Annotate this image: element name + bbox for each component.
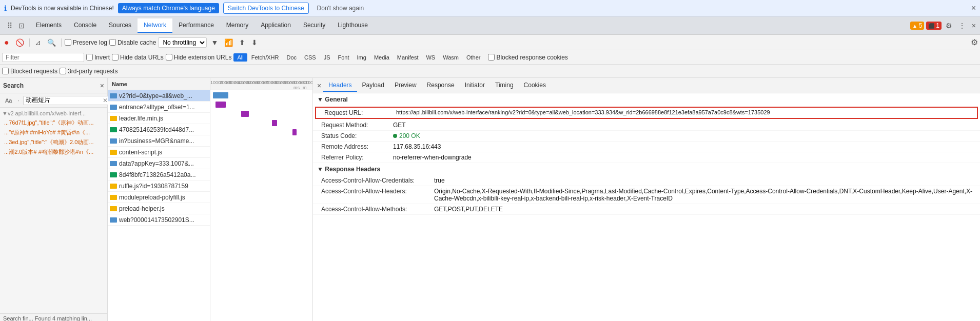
record-button[interactable]: ● [2, 37, 11, 48]
throttling-select[interactable]: No throttling Fast 3G Slow 3G [158, 37, 207, 48]
network-item-1[interactable]: entrance?alltype_offset=1... [108, 102, 210, 113]
hide-data-urls-checkbox[interactable] [112, 54, 119, 61]
sub-tab-preview[interactable]: Preview [389, 79, 422, 92]
tab-performance[interactable]: Performance [172, 18, 220, 33]
hide-ext-urls-checkbox[interactable] [166, 54, 172, 61]
search-result-item-2[interactable]: ..."#原神# #miHoYo# #黄昏#\n《... [0, 128, 107, 137]
sub-tab-payload[interactable]: Payload [357, 79, 389, 92]
sub-tab-initiator[interactable]: Initiator [460, 79, 490, 92]
filter-type-other[interactable]: Other [463, 53, 484, 62]
network-item-8[interactable]: ruffle.js?id=19308787159 [108, 180, 210, 192]
disable-cache-label[interactable]: Disable cache [109, 39, 156, 46]
search-close-button[interactable]: × [100, 82, 104, 90]
general-section-title[interactable]: ▼ General [313, 93, 980, 106]
clear-button[interactable]: 🚫 [13, 37, 26, 48]
request-url-key: Request URL: [324, 109, 396, 116]
net-item-name-1: entrance?alltype_offset=1... [119, 104, 208, 111]
filter-type-wasm[interactable]: Wasm [439, 53, 462, 62]
sub-tabs: × Headers Payload Preview Response Initi… [313, 78, 980, 93]
toolbar-right: ⚙ [971, 37, 978, 47]
sub-tab-timing[interactable]: Timing [490, 79, 519, 92]
devtools-icon-1[interactable]: ⠿ [5, 21, 14, 31]
filter-type-all[interactable]: All [233, 53, 247, 62]
filter-type-css[interactable]: CSS [301, 53, 320, 62]
tab-memory[interactable]: Memory [220, 18, 254, 33]
network-item-11[interactable]: web?000014173502901S... [108, 214, 210, 226]
filter-type-fetch/xhr[interactable]: Fetch/XHR [248, 53, 283, 62]
network-settings-button[interactable]: ⚙ [971, 37, 978, 47]
settings-button[interactable]: ⚙ [944, 21, 954, 31]
blocked-requests-label[interactable]: Blocked requests [2, 68, 57, 75]
filter-type-doc[interactable]: Doc [283, 53, 301, 62]
btn-switch-language[interactable]: Switch DevTools to Chinese [223, 3, 309, 14]
filter-type-ws[interactable]: WS [422, 53, 439, 62]
network-item-7[interactable]: 8d4f8bfc713826a5412a0a... [108, 169, 210, 180]
response-headers-title[interactable]: ▼ Response Headers [313, 163, 980, 175]
network-item-4[interactable]: in?business=MGR&name... [108, 135, 210, 147]
third-party-checkbox[interactable] [60, 68, 66, 74]
net-item-icon-5 [110, 150, 117, 155]
network-item-2[interactable]: leader.life.min.js [108, 113, 210, 124]
preserve-log-checkbox[interactable] [65, 39, 71, 46]
import-button[interactable]: ⬆ [237, 37, 247, 48]
sub-tab-close[interactable]: × [315, 82, 323, 90]
filter-types: AllFetch/XHRDocCSSJSFontImgMediaManifest… [233, 53, 484, 62]
filter-type-font[interactable]: Font [335, 53, 353, 62]
disable-cache-checkbox[interactable] [109, 39, 116, 46]
blocked-cookies-checkbox[interactable] [488, 54, 495, 61]
search-button[interactable]: 🔍 [45, 37, 58, 48]
sub-tab-cookies[interactable]: Cookies [519, 79, 551, 92]
network-item-0[interactable]: v2?rid=0&type=all&web_... [108, 90, 210, 102]
hide-data-urls-label[interactable]: Hide data URLs [112, 54, 164, 61]
network-item-9[interactable]: modulepreload-polyfill.js [108, 192, 210, 203]
access-headers-row: Access-Control-Allow-Headers: Origin,No-… [313, 186, 980, 204]
more-button[interactable]: ⋮ [956, 21, 968, 31]
search-result-item-4[interactable]: ...潮2.0版本# #鸣潮黎郡沙塔#\n《... [0, 147, 107, 157]
network-item-10[interactable]: preload-helper.js [108, 203, 210, 214]
blocked-requests-checkbox[interactable] [2, 68, 9, 74]
timeline-area: 10000 ms20000 ms30000 ms40000 ms50000 ms… [210, 78, 313, 321]
filter-button[interactable]: ⊿ [33, 37, 43, 48]
network-list-area: Name v2?rid=0&type=all&web_...entrance?a… [108, 78, 210, 321]
btn-dont-show[interactable]: Don't show again [313, 3, 368, 13]
search-input[interactable] [26, 97, 103, 104]
blocked-cookies-label[interactable]: Blocked response cookies [488, 54, 567, 61]
network-item-5[interactable]: content-script.js [108, 147, 210, 158]
network-item-6[interactable]: data?appKey=333.1007&... [108, 158, 210, 169]
invert-label[interactable]: Invert [86, 54, 110, 61]
search-clear-button[interactable]: ✕ [103, 97, 108, 104]
search-result-item-3[interactable]: ...3ed.jpg","title":"《鸣潮》2.0动画... [0, 137, 107, 147]
tab-lighthouse[interactable]: Lighthouse [331, 18, 374, 33]
filter-input[interactable] [2, 53, 84, 62]
network-item-3[interactable]: 4708251462539fcd448d7... [108, 124, 210, 135]
invert-checkbox[interactable] [86, 54, 93, 61]
filter-type-js[interactable]: JS [320, 53, 334, 62]
notification-bar: ℹ DevTools is now available in Chinese! … [0, 0, 980, 16]
third-party-label[interactable]: 3rd-party requests [60, 68, 117, 75]
hide-ext-urls-label[interactable]: Hide extension URLs [166, 54, 232, 61]
net-item-icon-6 [110, 161, 117, 166]
tab-console[interactable]: Console [68, 18, 103, 33]
filter-type-media[interactable]: Media [370, 53, 393, 62]
throttling-arrow[interactable]: ▼ [209, 37, 220, 48]
filter-type-img[interactable]: Img [354, 53, 370, 62]
devtools-icon-2[interactable]: ⊡ [16, 21, 27, 31]
btn-match-language[interactable]: Always match Chrome's language [118, 3, 219, 13]
tab-sources[interactable]: Sources [103, 18, 138, 33]
tab-security[interactable]: Security [297, 18, 331, 33]
tab-elements[interactable]: Elements [30, 18, 68, 33]
notification-close-button[interactable]: × [971, 4, 976, 13]
request-method-value: GET [393, 122, 976, 129]
tab-application[interactable]: Application [254, 18, 297, 33]
filter-type-manifest[interactable]: Manifest [394, 53, 422, 62]
tab-network[interactable]: Network [138, 18, 172, 33]
preserve-log-label[interactable]: Preserve log [65, 39, 107, 46]
export-button[interactable]: ⬇ [249, 37, 260, 48]
close-devtools-button[interactable]: × [970, 21, 978, 31]
sub-tab-response[interactable]: Response [422, 79, 460, 92]
separator-2 [61, 38, 62, 47]
sub-tab-headers[interactable]: Headers [323, 79, 357, 92]
referrer-policy-key: Referrer Policy: [321, 154, 393, 161]
search-input-container: ✕ ↻ ⊘ [23, 96, 121, 105]
search-result-item-1[interactable]: ...76d7f1.jpg","title":"《原神》动画... [0, 118, 107, 128]
